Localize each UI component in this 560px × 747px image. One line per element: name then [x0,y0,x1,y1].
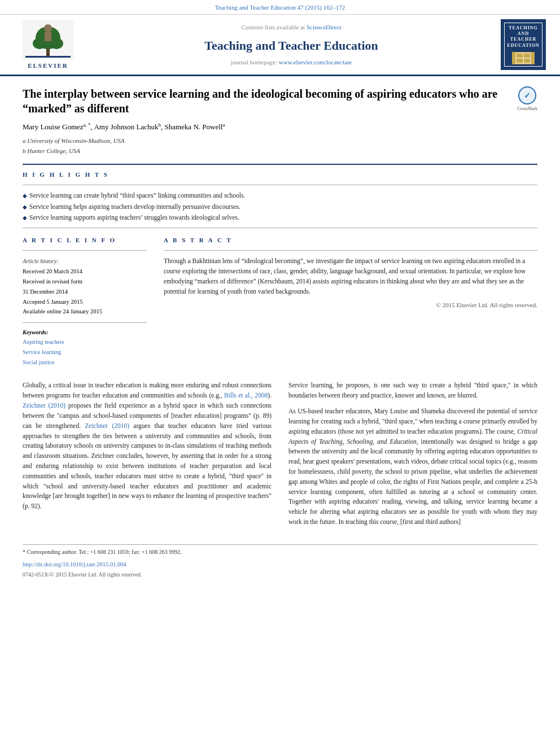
journal-logo-left: ELSEVIER [11,19,85,70]
svg-point-5 [44,24,52,32]
two-col-section: A R T I C L E I N F O Article history: R… [23,236,537,368]
elsevier-label: ELSEVIER [28,62,68,70]
divider-kw [23,322,147,323]
badge-line-3: TEACHER [510,37,537,42]
authors-line: Mary Louise Gomeza, *, Amy Johnson Lachu… [23,121,537,133]
bills-link[interactable]: Bills et al., 2008 [224,392,268,399]
keyword-2[interactable]: Service learning [23,347,147,357]
journal-title: Teaching and Teacher Education [204,37,378,55]
keyword-1[interactable]: Aspiring teachers [23,337,147,347]
body-col-2: Service learning, he proposes, is one su… [288,381,537,532]
article-info-col: A R T I C L E I N F O Article history: R… [23,236,147,368]
svg-rect-1 [46,48,50,56]
revised-label: Received in revised form [23,278,82,285]
revised-date: 31 December 2014 [23,289,68,295]
zeichner-link-2[interactable]: Zeichner (2010) [85,422,129,429]
journal-center: Contents lists available at ScienceDirec… [90,19,492,70]
article-info-title: A R T I C L E I N F O [23,236,147,244]
crossmark-label: CrossMark [517,106,537,112]
journal-homepage-text: journal homepage: www.elsevier.com/locat… [231,58,352,67]
received-date: Received 20 March 2014 [23,268,82,274]
highlight-item-1: ◆ Service learning can create hybrid “th… [23,191,537,200]
divider-1 [23,164,537,165]
highlights-section: H I G H L I G H T S ◆ Service learning c… [23,171,537,228]
affiliation-b: b Hunter College, USA [23,146,537,156]
abstract-title: A B S T R A C T [164,236,537,244]
body-col-1: Globally, a critical issue in teacher ed… [23,381,272,532]
doi-link[interactable]: http://dx.doi.org/10.1016/j.tate.2015.01… [23,561,126,567]
affiliation-a: a University of Wisconsin-Madison, USA [23,136,537,146]
article-title: The interplay between service learning a… [23,86,537,116]
highlight-item-2: ◆ Service learning helps aspiring teache… [23,202,537,211]
crossmark: ✓ CrossMark [517,86,537,112]
divider-ai [23,250,147,251]
footnote-text: * Corresponding author. Tel.: +1 608 231… [23,548,537,556]
affiliations: a University of Wisconsin-Madison, USA b… [23,136,537,156]
abstract-col: A B S T R A C T Through a Bakhtinian len… [164,236,537,368]
abstract-text: Through a Bakhtinian lens of “ideologica… [164,256,537,296]
journal-header: ELSEVIER Contents lists available at Sci… [0,15,560,76]
highlight-item-3: ◆ Service learning supports aspiring tea… [23,213,537,222]
elsevier-logo [23,20,73,59]
svg-rect-6 [45,32,51,41]
bullet-2: ◆ [23,203,27,211]
divider-highlights-bottom [23,228,537,228]
sciencedirect-text: Contents lists available at ScienceDirec… [241,23,341,32]
main-content: ✓ CrossMark The interplay between servic… [0,76,560,589]
zeichner-link-1[interactable]: Zeichner (2010) [23,402,65,409]
author-3: , Shameka N. Powell [161,123,222,132]
bullet-3: ◆ [23,214,27,222]
footnote-section: * Corresponding author. Tel.: +1 608 231… [23,544,537,579]
badge-line-4: EDUCATION [507,43,539,49]
top-bar: Teaching and Teacher Education 47 (2015)… [0,0,560,15]
divider-highlights [23,185,537,185]
highlights-title: H I G H L I G H T S [23,171,537,179]
bullet-1: ◆ [23,192,27,200]
crossmark-circle: ✓ [518,86,536,104]
article-title-section: ✓ CrossMark The interplay between servic… [23,86,537,116]
body-paragraph-3: As US-based teacher educators, Mary Loui… [288,407,537,527]
journal-logo-right: TEACHING AND TEACHER EDUCATION [498,19,549,70]
badge-line-1: TEACHING [509,25,538,31]
sciencedirect-link[interactable]: ScienceDirect [307,24,342,30]
author-2: , Amy Johnson Lachuk [91,123,159,132]
journal-citation: Teaching and Teacher Education 47 (2015)… [215,4,345,11]
journal-homepage-link[interactable]: www.elsevier.com/locate/tate [279,59,352,65]
author-3-sup: a [222,122,225,128]
divider-abstract [164,250,537,251]
body-paragraph-1: Globally, a critical issue in teacher ed… [23,381,272,512]
copyright: © 2015 Elsevier Ltd. All rights reserved… [164,301,537,309]
svg-point-4 [50,38,63,49]
keyword-3[interactable]: Social justice [23,357,147,368]
available-date: Available online 24 January 2015 [23,308,102,314]
article-history: Article history: Received 20 March 2014 … [23,256,147,317]
svg-rect-7 [25,56,71,58]
keywords-section: Keywords: Aspiring teachers Service lear… [23,329,147,367]
accepted-date: Accepted 5 January 2015 [23,299,82,305]
author-1-sup: a, * [84,122,91,128]
footer-issn: 0742-051X/© 2015 Elsevier Ltd. All right… [23,571,537,579]
svg-point-3 [33,38,46,49]
body-paragraph-2: Service learning, he proposes, is one su… [288,381,537,401]
author-1: Mary Louise Gomez [23,123,84,132]
history-label: Article history: [23,258,59,264]
keywords-title: Keywords: [23,329,147,337]
footer-links: http://dx.doi.org/10.1016/j.tate.2015.01… [23,561,537,569]
badge-line-2: AND [518,31,529,37]
body-section: Globally, a critical issue in teacher ed… [23,381,537,532]
journal-badge: TEACHING AND TEACHER EDUCATION [501,19,546,70]
badge-icon [512,52,535,64]
